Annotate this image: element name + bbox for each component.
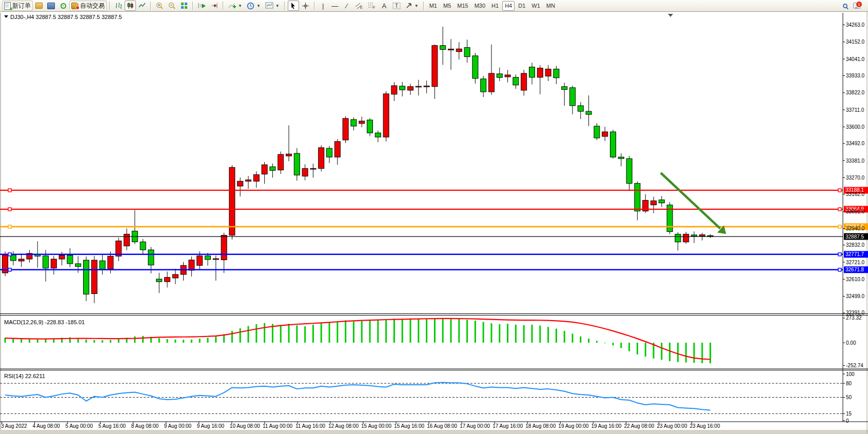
date-label: 15 Aug 16:00 xyxy=(394,423,424,429)
fibonacci-tool-button[interactable]: F xyxy=(366,1,378,11)
timeframe-button-MN[interactable]: MN xyxy=(544,1,558,11)
line-handle[interactable] xyxy=(838,208,841,211)
vertical-line-tool-button[interactable]: | xyxy=(318,1,329,11)
line-handle[interactable] xyxy=(8,208,11,211)
cursor-tool-button[interactable] xyxy=(288,1,299,11)
macd-bar xyxy=(628,343,630,351)
svg-text:32771.7: 32771.7 xyxy=(845,251,864,257)
svg-text:34263.0: 34263.0 xyxy=(846,22,865,28)
macd-bar xyxy=(564,331,565,343)
megaphone-icon xyxy=(71,3,78,9)
indicators-icon xyxy=(228,2,236,9)
channel-tool-button[interactable]: E xyxy=(353,1,365,11)
timeframe-button-M1[interactable]: M1 xyxy=(427,1,440,11)
zoom-in-button[interactable] xyxy=(154,1,166,11)
horizontal-line-tool-button[interactable]: — xyxy=(329,1,341,11)
macd-bar xyxy=(102,340,103,343)
macd-bar xyxy=(337,321,338,343)
arrows-shapes-icon xyxy=(405,2,412,9)
indicators-button[interactable]: ▼ xyxy=(226,1,244,11)
timeframe-button-H1[interactable]: H1 xyxy=(489,1,501,11)
timeframe-button-D1[interactable]: D1 xyxy=(516,1,528,11)
price-tag-32887.5: 32887.5 xyxy=(844,233,868,240)
date-label: 16 Aug 08:00 xyxy=(427,423,457,429)
bar-chart-type-button[interactable] xyxy=(113,1,124,11)
svg-text:50: 50 xyxy=(846,394,852,400)
templates-button[interactable]: ▼ xyxy=(263,1,282,11)
timeframe-button-W1[interactable]: W1 xyxy=(529,1,543,11)
line-handle[interactable] xyxy=(8,268,11,271)
chart-canvas: 33188.133064.932951.632887.532771.732671… xyxy=(0,0,868,434)
candlestick xyxy=(84,257,89,301)
line-handle[interactable] xyxy=(8,253,11,256)
line-chart-type-button[interactable] xyxy=(136,1,148,11)
svg-text:33711.0: 33711.0 xyxy=(846,107,864,113)
macd-bar xyxy=(377,320,379,343)
tile-windows-button[interactable] xyxy=(179,1,190,11)
symbol-ohlc-label: DJ30-,H4 32887.5 32887.5 32887.5 32887.5 xyxy=(10,14,122,20)
line-handle[interactable] xyxy=(838,225,841,228)
svg-text:0.00: 0.00 xyxy=(846,340,856,346)
macd-bar xyxy=(677,343,679,362)
macd-bar xyxy=(207,338,209,343)
line-handle[interactable] xyxy=(838,189,841,192)
new-order-button[interactable]: + 新订单 xyxy=(2,1,33,11)
macd-bar xyxy=(539,326,541,343)
text-label-tool-button[interactable]: T xyxy=(390,1,403,11)
text-tool-button[interactable]: A xyxy=(379,1,390,11)
timeframe-button-M15[interactable]: M15 xyxy=(455,1,470,11)
candlestick-chart-type-button[interactable] xyxy=(125,1,136,11)
market-button[interactable] xyxy=(33,1,45,11)
macd-bar xyxy=(304,326,306,343)
timeframe-button-H4[interactable]: H4 xyxy=(502,1,515,11)
date-label: 19 Aug 16:00 xyxy=(591,423,621,429)
macd-bar xyxy=(12,339,14,343)
template-icon xyxy=(265,2,273,9)
date-label: 5 Aug 16:00 xyxy=(98,423,126,429)
macd-bar xyxy=(410,319,411,343)
line-handle[interactable] xyxy=(8,189,11,192)
line-handle[interactable] xyxy=(8,225,11,228)
svg-text:33822.0: 33822.0 xyxy=(846,90,865,95)
trendline-tool-button[interactable]: ∕ xyxy=(341,1,352,11)
svg-text:33600.0: 33600.0 xyxy=(846,124,865,130)
candlestick xyxy=(229,165,235,240)
date-label: 4 Aug 08:00 xyxy=(33,423,61,429)
chat-button[interactable]: 1 xyxy=(851,1,863,11)
macd-bar xyxy=(134,337,135,343)
line-handle[interactable] xyxy=(838,253,841,256)
chat-bubble-icon: 1 xyxy=(853,3,861,9)
line-handle[interactable] xyxy=(838,268,841,271)
charts-profile-button[interactable] xyxy=(45,1,57,11)
macd-bar xyxy=(361,321,363,343)
timeframe-buttons: M1M5M15M30H1H4D1W1MN xyxy=(427,1,558,11)
svg-text:0: 0 xyxy=(846,418,849,424)
signal-icon xyxy=(61,3,66,9)
chart-shift-button[interactable] xyxy=(208,1,220,11)
timeframe-button-M30[interactable]: M30 xyxy=(472,1,488,11)
svg-text:33270.0: 33270.0 xyxy=(846,175,865,181)
zoom-out-button[interactable] xyxy=(166,1,178,11)
arrows-tool-button[interactable]: ▼ xyxy=(403,1,421,11)
search-button[interactable] xyxy=(839,1,851,11)
periods-button[interactable]: ▼ xyxy=(245,1,263,11)
date-label: 23 Aug 00:00 xyxy=(657,423,687,429)
macd-bar xyxy=(572,333,574,343)
fibonacci-icon: F xyxy=(368,2,376,9)
crosshair-tool-button[interactable] xyxy=(300,1,311,11)
macd-bar xyxy=(645,343,646,357)
signals-button[interactable] xyxy=(57,1,69,11)
date-label: 9 Aug 16:00 xyxy=(197,423,225,429)
macd-bar xyxy=(418,319,419,343)
chart-shift-icon xyxy=(210,2,218,9)
macd-bar xyxy=(21,339,22,343)
candlestick xyxy=(383,91,389,142)
macd-bar xyxy=(45,339,47,343)
timeframe-button-M5[interactable]: M5 xyxy=(441,1,453,11)
auto-scroll-button[interactable] xyxy=(196,1,208,11)
macd-bar xyxy=(580,337,581,343)
auto-trading-button[interactable]: 自动交易 xyxy=(69,1,107,11)
separator xyxy=(109,2,110,10)
macd-bar xyxy=(369,320,371,343)
macd-bar xyxy=(37,340,38,343)
